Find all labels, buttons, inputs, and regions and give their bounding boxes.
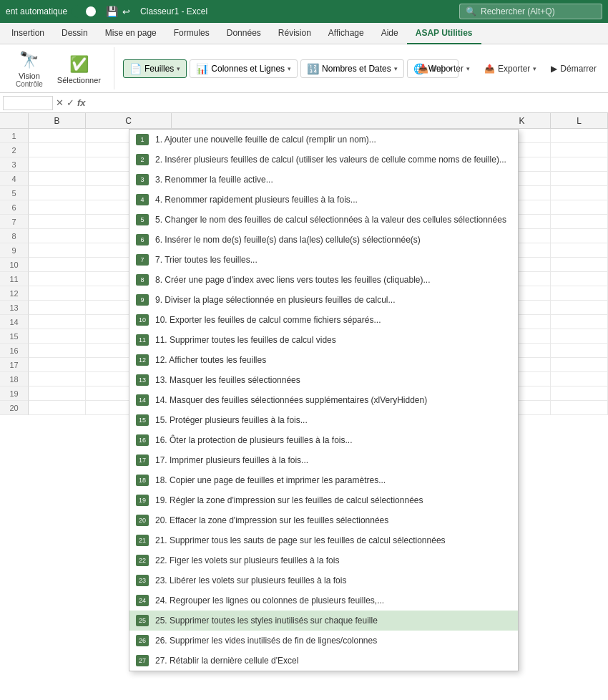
col-header-k[interactable]: K (494, 113, 551, 128)
menu-item-text-25: 26. Supprimer les vides inutilisés de fi… (155, 636, 377, 646)
grid-cell[interactable] (551, 344, 608, 358)
menu-item-12[interactable]: 1313. Masquer les feuilles sélectionnées (129, 370, 518, 390)
menu-item-25[interactable]: 2626. Supprimer les vides inutilisés de … (129, 631, 518, 651)
grid-cell[interactable] (551, 157, 608, 172)
grid-cell[interactable] (29, 215, 86, 229)
grid-cell[interactable] (29, 372, 86, 387)
grid-cell[interactable] (551, 387, 608, 401)
grid-cell[interactable] (29, 172, 86, 186)
grid-cell[interactable] (29, 301, 86, 315)
grid-cell[interactable] (551, 229, 608, 243)
grid-cell[interactable] (29, 200, 86, 215)
tab-formules[interactable]: Formules (165, 23, 218, 44)
grid-cell[interactable] (29, 229, 86, 243)
grid-cell[interactable] (29, 258, 86, 272)
menu-item-0[interactable]: 11. Ajouter une nouvelle feuille de calc… (129, 130, 518, 150)
grid-cell[interactable] (551, 186, 608, 200)
tab-dessin[interactable]: Dessin (53, 23, 97, 44)
grid-cell[interactable] (551, 243, 608, 258)
undo-icon[interactable]: ↩ (122, 6, 130, 17)
confirm-icon[interactable]: ✓ (67, 97, 74, 108)
grid-cell[interactable] (551, 172, 608, 186)
menu-item-9[interactable]: 1010. Exporter les feuilles de calcul co… (129, 310, 518, 330)
sheet-remove-breaks-icon: 21 (135, 533, 149, 548)
tab-mise-en-page[interactable]: Mise en page (97, 23, 165, 44)
grid-cell[interactable] (551, 143, 608, 157)
vision-button[interactable]: 🔭 Vision Contrôle (11, 47, 47, 89)
cancel-icon[interactable]: ✕ (56, 97, 64, 108)
grid-cell[interactable] (551, 200, 608, 215)
grid-cell[interactable] (29, 143, 86, 157)
grid-cell[interactable] (551, 258, 608, 272)
grid-cell[interactable] (551, 129, 608, 143)
grid-cell[interactable] (551, 272, 608, 286)
tab-aide[interactable]: Aide (373, 23, 407, 44)
grid-cell[interactable] (29, 315, 86, 329)
menu-item-15[interactable]: 1616. Ôter la protection de plusieurs fe… (129, 430, 518, 450)
exporter-button[interactable]: 📤 Exporter ▾ (479, 61, 542, 77)
tab-insertion[interactable]: Insertion (3, 23, 53, 44)
menu-item-22[interactable]: 2323. Libérer les volets sur plusieurs f… (129, 570, 518, 590)
menu-item-18[interactable]: 1919. Régler la zone d'impression sur le… (129, 490, 518, 510)
grid-cell[interactable] (551, 301, 608, 315)
col-header-b[interactable]: B (29, 113, 86, 128)
menu-item-26[interactable]: 2727. Rétablir la dernière cellule d'Exc… (129, 651, 518, 671)
col-header-c[interactable]: C (86, 113, 172, 128)
menu-item-5[interactable]: 66. Insérer le nom de(s) feuille(s) dans… (129, 230, 518, 250)
menu-item-7[interactable]: 88. Créer une page d'index avec liens ve… (129, 270, 518, 290)
demarrer-button[interactable]: ▶ Démarrer (545, 61, 602, 77)
grid-cell[interactable] (29, 387, 86, 401)
menu-item-6[interactable]: 77. Trier toutes les feuilles... (129, 250, 518, 270)
save-icon[interactable]: 💾 (106, 6, 118, 17)
grid-cell[interactable] (29, 186, 86, 200)
menu-item-24[interactable]: 2525. Supprimer toutes les styles inutil… (129, 611, 518, 631)
tab-donnees[interactable]: Données (218, 23, 270, 44)
dropdown-nombres-dates[interactable]: 🔢 Nombres et Dates ▾ (300, 59, 404, 78)
menu-item-1[interactable]: 22. Insérer plusieurs feuilles de calcul… (129, 150, 518, 170)
menu-item-19[interactable]: 2020. Effacer la zone d'impression sur l… (129, 510, 518, 530)
menu-item-2[interactable]: 33. Renommer la feuille active... (129, 170, 518, 190)
dropdown-feuilles[interactable]: 📄 Feuilles ▾ (123, 59, 187, 78)
grid-cell[interactable] (551, 315, 608, 329)
grid-cell[interactable] (29, 401, 86, 415)
menu-item-21[interactable]: 2222. Figer les volets sur plusieurs feu… (129, 550, 518, 570)
grid-cell[interactable] (551, 329, 608, 344)
grid-cell[interactable] (551, 372, 608, 387)
menu-item-4[interactable]: 55. Changer le nom des feuilles de calcu… (129, 210, 518, 230)
menu-item-3[interactable]: 44. Renommer rapidement plusieurs feuill… (129, 190, 518, 210)
grid-cell[interactable] (29, 272, 86, 286)
grid-cell[interactable] (29, 286, 86, 301)
grid-cell[interactable] (551, 401, 608, 415)
grid-cell[interactable] (551, 358, 608, 372)
menu-item-14[interactable]: 1515. Protéger plusieurs feuilles à la f… (129, 410, 518, 430)
col-header-l[interactable]: L (551, 113, 608, 128)
grid-cell[interactable] (29, 329, 86, 344)
auto-save-toggle[interactable] (72, 5, 97, 18)
menu-item-8[interactable]: 99. Diviser la plage sélectionnée en plu… (129, 290, 518, 310)
grid-cell[interactable] (551, 215, 608, 229)
grid-cell[interactable] (29, 358, 86, 372)
grid-cell[interactable] (29, 157, 86, 172)
tab-asap[interactable]: ASAP Utilities (407, 23, 481, 44)
menu-item-11[interactable]: 1212. Afficher toutes les feuilles (129, 350, 518, 370)
grid-cell[interactable] (29, 243, 86, 258)
dropdown-colonnes-lignes[interactable]: 📊 Colonnes et Lignes ▾ (190, 59, 298, 78)
formula-input[interactable] (89, 96, 605, 110)
importer-button[interactable]: 📥 Importer ▾ (412, 61, 476, 77)
grid-cell[interactable] (551, 286, 608, 301)
row-number: 13 (0, 301, 29, 315)
search-box[interactable]: 🔍 Rechercher (Alt+Q) (459, 4, 602, 19)
menu-item-23[interactable]: 2424. Regrouper les lignes ou colonnes d… (129, 590, 518, 611)
tab-revision[interactable]: Révision (270, 23, 320, 44)
menu-item-20[interactable]: 2121. Supprimer tous les sauts de page s… (129, 530, 518, 550)
grid-cell[interactable] (29, 129, 86, 143)
menu-item-10[interactable]: 1111. Supprimer toutes les feuilles de c… (129, 330, 518, 350)
selectionner-button[interactable]: ✅ Sélectionner (53, 52, 105, 86)
grid-cell[interactable] (29, 344, 86, 358)
tab-affichage[interactable]: Affichage (320, 23, 373, 44)
menu-item-13[interactable]: 1414. Masquer des feuilles sélectionnées… (129, 390, 518, 410)
name-box[interactable] (3, 96, 53, 110)
function-icon[interactable]: fx (77, 97, 86, 108)
menu-item-17[interactable]: 1818. Copier une page de feuilles et imp… (129, 470, 518, 490)
menu-item-16[interactable]: 1717. Imprimer plusieurs feuilles à la f… (129, 450, 518, 470)
